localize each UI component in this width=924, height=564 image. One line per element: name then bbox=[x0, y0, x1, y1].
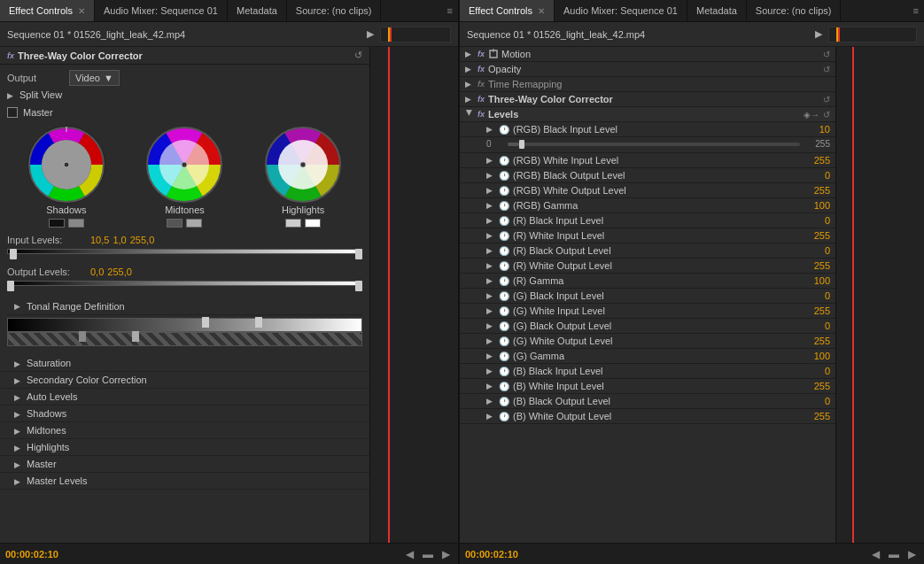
motion-reset-icon[interactable]: ↺ bbox=[823, 50, 830, 59]
b-black-input-row[interactable]: ▶ 🕐 (B) Black Input Level 0 bbox=[460, 364, 835, 379]
output-dropdown[interactable]: Video ▼ bbox=[69, 70, 120, 86]
r-black-input-value[interactable]: 0 bbox=[804, 215, 830, 226]
tonal-thumb-right[interactable] bbox=[255, 317, 262, 328]
r-white-output-value[interactable]: 255 bbox=[804, 260, 830, 271]
r-black-input-row[interactable]: ▶ 🕐 (R) Black Input Level 0 bbox=[460, 213, 835, 228]
close-icon-right[interactable]: ✕ bbox=[538, 6, 545, 16]
opacity-effect-row[interactable]: ▶ fx Opacity ↺ bbox=[460, 62, 835, 77]
b-white-input-value[interactable]: 255 bbox=[804, 381, 830, 391]
g-white-input-row[interactable]: ▶ 🕐 (G) White Input Level 255 bbox=[460, 304, 835, 319]
r-gamma-value[interactable]: 100 bbox=[804, 275, 830, 286]
nav-right-icon[interactable]: ▶ bbox=[364, 28, 377, 41]
reset-icon[interactable]: ↺ bbox=[354, 50, 362, 61]
rgb-black-input-value[interactable]: 10 bbox=[804, 124, 830, 135]
rgb-white-input-value[interactable]: 255 bbox=[804, 155, 830, 166]
opacity-reset-icon[interactable]: ↺ bbox=[823, 65, 830, 74]
r-black-output-value[interactable]: 0 bbox=[804, 245, 830, 256]
g-gamma-value[interactable]: 100 bbox=[804, 351, 830, 361]
levels-effect-row[interactable]: ▶ fx Levels ◈→ ↺ bbox=[460, 107, 835, 122]
output-level-val-0[interactable]: 0,0 bbox=[90, 267, 104, 277]
close-icon[interactable]: ✕ bbox=[78, 6, 85, 16]
master-checkbox[interactable] bbox=[7, 107, 18, 118]
r-white-input-row[interactable]: ▶ 🕐 (R) White Input Level 255 bbox=[460, 228, 835, 243]
r-gamma-row[interactable]: ▶ 🕐 (R) Gamma 100 bbox=[460, 274, 835, 289]
levels-keyframe-icon[interactable]: ◈→ bbox=[804, 110, 819, 120]
master-levels-item[interactable]: ▶ Master Levels bbox=[0, 473, 369, 490]
tonal-thumb-mid[interactable] bbox=[202, 317, 209, 328]
tonal-thumb-bl[interactable] bbox=[79, 331, 86, 342]
tab-audio-mixer-right[interactable]: Audio Mixer: Sequence 01 bbox=[555, 0, 687, 21]
twcc-section-header[interactable]: fx Three-Way Color Corrector ↺ bbox=[0, 47, 369, 65]
rgb-black-slider-thumb[interactable] bbox=[519, 140, 524, 149]
input-level-val-1[interactable]: 1,0 bbox=[113, 235, 126, 245]
g-white-input-value[interactable]: 255 bbox=[804, 305, 830, 316]
shadows-swatch-mid[interactable] bbox=[68, 219, 84, 228]
highlights-swatch-light[interactable] bbox=[285, 219, 301, 228]
time-remapping-row[interactable]: ▶ fx Time Remapping bbox=[460, 77, 835, 92]
tab-audio-mixer-left[interactable]: Audio Mixer: Sequence 01 bbox=[95, 0, 228, 21]
tab-metadata-left[interactable]: Metadata bbox=[228, 0, 287, 21]
b-black-output-value[interactable]: 0 bbox=[804, 396, 830, 406]
right-panel-menu-icon[interactable]: ≡ bbox=[908, 5, 924, 16]
tonal-thumb-br[interactable] bbox=[132, 331, 139, 342]
motion-effect-row[interactable]: ▶ fx Motion ↺ bbox=[460, 47, 835, 62]
input-slider[interactable] bbox=[7, 249, 362, 261]
right-scroll-left-btn[interactable]: ◀ bbox=[869, 548, 882, 560]
b-black-input-value[interactable]: 0 bbox=[804, 366, 830, 376]
highlights-swatch-white[interactable] bbox=[305, 219, 321, 228]
scroll-bar-btn[interactable]: ▬ bbox=[420, 548, 436, 560]
scroll-left-btn[interactable]: ◀ bbox=[403, 548, 416, 560]
rgb-white-output-row[interactable]: ▶ 🕐 (RGB) White Output Level 255 bbox=[460, 183, 835, 198]
tab-effect-controls-left[interactable]: Effect Controls ✕ bbox=[0, 0, 95, 21]
rgb-black-input-row[interactable]: ▶ 🕐 (RGB) Black Input Level 10 bbox=[460, 122, 835, 137]
twcc-reset-icon[interactable]: ↺ bbox=[823, 95, 830, 104]
rgb-white-input-row[interactable]: ▶ 🕐 (RGB) White Input Level 255 bbox=[460, 153, 835, 168]
output-slider[interactable] bbox=[7, 281, 362, 293]
expand-arrow-icon[interactable]: ▶ bbox=[7, 91, 14, 98]
g-white-output-value[interactable]: 255 bbox=[804, 336, 830, 346]
midtones-swatch-mid[interactable] bbox=[186, 219, 202, 228]
b-white-input-row[interactable]: ▶ 🕐 (B) White Input Level 255 bbox=[460, 379, 835, 394]
levels-reset-icon[interactable]: ↺ bbox=[823, 110, 830, 120]
tab-source-left[interactable]: Source: (no clips) bbox=[287, 0, 382, 21]
master-item[interactable]: ▶ Master bbox=[0, 456, 369, 473]
output-level-val-1[interactable]: 255,0 bbox=[107, 267, 132, 277]
rgb-black-slider-bar[interactable] bbox=[508, 143, 800, 146]
input-level-val-2[interactable]: 255,0 bbox=[130, 235, 155, 245]
rgb-gamma-value[interactable]: 100 bbox=[804, 200, 830, 211]
right-scroll-bar-btn[interactable]: ▬ bbox=[886, 548, 902, 560]
b-white-output-value[interactable]: 255 bbox=[804, 411, 830, 421]
rgb-black-output-value[interactable]: 0 bbox=[804, 170, 830, 181]
g-gamma-row[interactable]: ▶ 🕐 (G) Gamma 100 bbox=[460, 349, 835, 364]
panel-menu-icon[interactable]: ≡ bbox=[442, 5, 458, 16]
g-black-input-value[interactable]: 0 bbox=[804, 290, 830, 301]
r-white-output-row[interactable]: ▶ 🕐 (R) White Output Level 255 bbox=[460, 259, 835, 274]
shadows-item[interactable]: ▶ Shadows bbox=[0, 406, 369, 422]
tonal-range-header[interactable]: ▶ Tonal Range Definition bbox=[7, 298, 362, 315]
midtones-item[interactable]: ▶ Midtones bbox=[0, 422, 369, 439]
rgb-black-input-slider[interactable]: 0 255 bbox=[460, 137, 835, 153]
rgb-white-output-value[interactable]: 255 bbox=[804, 185, 830, 196]
tab-effect-controls-right[interactable]: Effect Controls ✕ bbox=[460, 0, 555, 21]
g-black-output-value[interactable]: 0 bbox=[804, 321, 830, 331]
secondary-color-item[interactable]: ▶ Secondary Color Correction bbox=[0, 372, 369, 389]
input-slider-thumb-right[interactable] bbox=[355, 249, 362, 259]
highlights-item[interactable]: ▶ Highlights bbox=[0, 439, 369, 456]
g-black-output-row[interactable]: ▶ 🕐 (G) Black Output Level 0 bbox=[460, 319, 835, 334]
shadows-swatch-dark[interactable] bbox=[49, 219, 65, 228]
g-white-output-row[interactable]: ▶ 🕐 (G) White Output Level 255 bbox=[460, 334, 835, 349]
input-level-val-0[interactable]: 10,5 bbox=[90, 235, 109, 245]
rgb-black-output-row[interactable]: ▶ 🕐 (RGB) Black Output Level 0 bbox=[460, 168, 835, 183]
twcc-effect-row[interactable]: ▶ fx Three-Way Color Corrector ↺ bbox=[460, 92, 835, 107]
input-slider-thumb-left[interactable] bbox=[10, 249, 17, 259]
right-scroll-right-btn[interactable]: ▶ bbox=[905, 548, 919, 560]
b-white-output-row[interactable]: ▶ 🕐 (B) White Output Level 255 bbox=[460, 409, 835, 424]
saturation-item[interactable]: ▶ Saturation bbox=[0, 355, 369, 372]
r-white-input-value[interactable]: 255 bbox=[804, 230, 830, 241]
output-slider-thumb-left[interactable] bbox=[7, 281, 14, 291]
b-black-output-row[interactable]: ▶ 🕐 (B) Black Output Level 0 bbox=[460, 394, 835, 409]
r-black-output-row[interactable]: ▶ 🕐 (R) Black Output Level 0 bbox=[460, 243, 835, 259]
right-nav-icon[interactable]: ▶ bbox=[812, 28, 825, 41]
tab-source-right[interactable]: Source: (no clips) bbox=[747, 0, 842, 21]
g-black-input-row[interactable]: ▶ 🕐 (G) Black Input Level 0 bbox=[460, 289, 835, 304]
